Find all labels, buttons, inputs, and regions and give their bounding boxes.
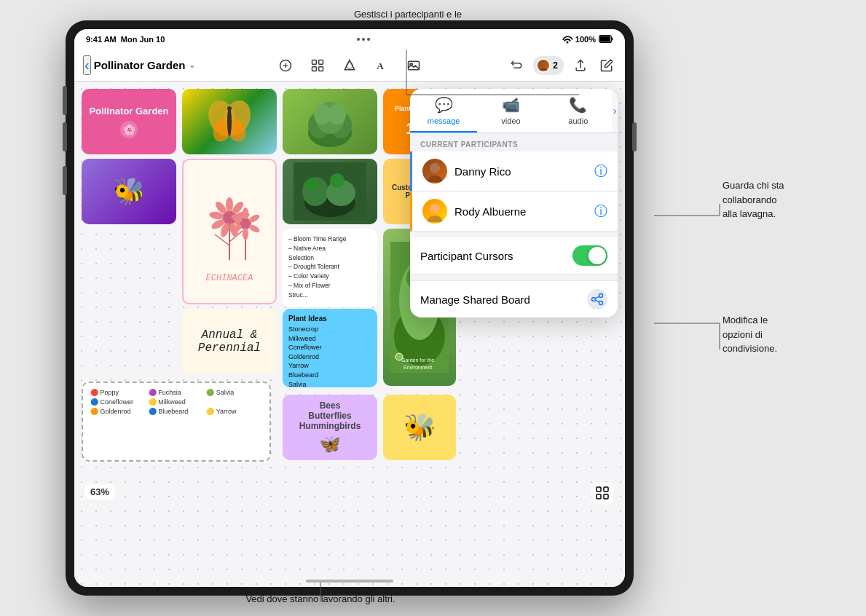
annual-perennial-text: Annual & Perennial — [198, 328, 261, 355]
popover-tab-more[interactable]: › — [612, 89, 618, 133]
svg-point-72 — [428, 175, 442, 182]
collab-count: 2 — [553, 60, 558, 71]
tab-message[interactable]: 💬 message — [410, 89, 477, 133]
svg-rect-17 — [409, 61, 420, 70]
legend-yarrow: 🟡 Yarrow — [206, 408, 262, 415]
svg-point-26 — [227, 106, 232, 111]
plant-ideas-title: Plant Ideas — [288, 315, 371, 323]
bee-yellow-icon: 🐝 — [404, 412, 436, 443]
svg-text:Garden for the: Garden for the — [401, 358, 434, 363]
more-icon: › — [613, 105, 617, 117]
legend-grid: 🔴 Poppy 🟣 Fuchsia 🟢 Salvia 🔵 Coneflower … — [90, 389, 262, 415]
undo-icon[interactable] — [507, 56, 526, 75]
power-button[interactable] — [632, 122, 637, 151]
volume-up-button[interactable] — [63, 86, 67, 115]
svg-rect-8 — [611, 37, 613, 40]
video-tab-label: video — [501, 117, 520, 125]
legend-milkweed: 🟡 Milkweed — [149, 398, 205, 406]
rody-avatar-img — [424, 200, 446, 222]
share-options-icon — [591, 293, 604, 306]
status-bar-center — [357, 38, 370, 41]
svg-point-31 — [226, 197, 233, 212]
zoom-level: 63% — [90, 486, 109, 497]
text-tool-icon[interactable]: A — [372, 56, 391, 75]
svg-point-74 — [428, 216, 442, 222]
svg-text:A: A — [377, 60, 384, 71]
video-tab-icon: 📹 — [502, 96, 520, 114]
date-display: Mon Jun 10 — [121, 35, 165, 44]
zoom-percent-badge: 63% — [84, 484, 115, 499]
annual-perennial-card: Annual & Perennial — [182, 309, 277, 374]
silent-switch[interactable] — [63, 166, 67, 195]
status-bar-right: 100% — [562, 33, 613, 46]
svg-point-77 — [599, 301, 603, 305]
svg-rect-12 — [319, 60, 323, 64]
legend-goldenrod: 🟠 Goldenrod — [90, 408, 146, 415]
scene: Gestisci i partecipanti e le opzioni di … — [0, 0, 866, 616]
legend-salvia: 🟢 Salvia — [206, 389, 262, 396]
participant-row-rody[interactable]: Rody Albuerne ⓘ — [410, 191, 618, 232]
pen-tool-icon[interactable] — [276, 56, 295, 75]
danny-avatar-img — [424, 160, 446, 182]
svg-rect-67 — [597, 487, 601, 491]
view-mode-icon[interactable] — [308, 56, 327, 75]
info-icon-rody[interactable]: ⓘ — [594, 202, 607, 220]
participant-row-danny[interactable]: Danny Rico ⓘ — [410, 151, 618, 191]
toolbar-right: 2 — [486, 56, 616, 75]
tab-video[interactable]: 📹 video — [477, 89, 544, 133]
plant-ideas-list: Stonecrop Milkweed Coneflower Goldenrod … — [288, 325, 371, 389]
message-tab-label: message — [428, 117, 460, 125]
edit-icon[interactable] — [597, 56, 616, 75]
svg-rect-69 — [597, 494, 601, 499]
media-tool-icon[interactable] — [404, 56, 423, 75]
canvas-area[interactable]: Pollinator Garden 🌸 🐝 — [74, 82, 625, 587]
bee-icon: 🐝 — [113, 176, 146, 207]
collaborators-badge[interactable]: 2 — [533, 56, 564, 75]
participant-cursors-label: Participant Cursors — [420, 250, 565, 262]
svg-line-78 — [595, 296, 599, 299]
manage-share-icon — [587, 289, 607, 309]
legend-fuchsia: 🟣 Fuchsia — [149, 389, 205, 396]
volume-down-button[interactable] — [63, 122, 67, 151]
echinacea-svg — [193, 180, 266, 267]
grid-layout-button[interactable] — [591, 482, 613, 504]
svg-point-19 — [541, 62, 546, 66]
toolbar-center: A — [219, 56, 480, 75]
time-display: 9:41 AM — [86, 35, 117, 44]
svg-point-42 — [243, 208, 248, 219]
info-icon-danny[interactable]: ⓘ — [594, 162, 607, 180]
legend-bluebeard: 🔵 Bluebeard — [149, 408, 205, 415]
dot2 — [362, 38, 365, 41]
popover-tabs: 💬 message 📹 video 📞 audio › — [410, 89, 618, 133]
shapes-tool-icon[interactable] — [340, 56, 359, 75]
back-chevron-icon: ‹ — [84, 57, 90, 74]
manage-shared-board-row[interactable]: Manage Shared Board — [410, 280, 618, 317]
grid-icon — [596, 486, 609, 499]
participant-cursors-toggle[interactable] — [572, 245, 607, 266]
message-tab-icon: 💬 — [435, 96, 453, 114]
bees-butterflies-card: Bees Butterflies Hummingbirds 🦋 — [283, 395, 377, 460]
svg-point-58 — [306, 178, 318, 190]
share-icon[interactable] — [571, 56, 590, 75]
svg-point-66 — [395, 353, 403, 360]
svg-point-53 — [328, 104, 346, 125]
svg-point-59 — [330, 173, 345, 188]
status-bar-left: 9:41 AM Mon Jun 10 — [86, 35, 165, 44]
svg-rect-13 — [312, 66, 317, 71]
svg-point-76 — [592, 298, 596, 301]
board-title-group[interactable]: Pollinator Garden ⌄ — [94, 59, 195, 71]
foliage-svg — [301, 92, 359, 151]
back-button[interactable]: ‹ — [83, 55, 91, 75]
foliage-photo-card — [283, 89, 377, 154]
ipad-screen: 9:41 AM Mon Jun 10 100% — [74, 29, 625, 587]
legend-poppy: 🔴 Poppy — [90, 389, 146, 396]
svg-rect-9 — [600, 36, 611, 42]
annotation-right-bottom: Modifica le opzioni di condivisione. — [723, 313, 850, 356]
tab-audio[interactable]: 📞 audio — [545, 89, 612, 133]
garden-center-photo — [283, 159, 377, 224]
plant-ideas-card: Plant Ideas Stonecrop Milkweed Coneflowe… — [283, 309, 377, 387]
dot3 — [367, 38, 370, 41]
svg-point-45 — [243, 228, 248, 240]
bees-text: Bees Butterflies Hummingbirds — [299, 400, 361, 431]
svg-point-20 — [540, 68, 547, 71]
